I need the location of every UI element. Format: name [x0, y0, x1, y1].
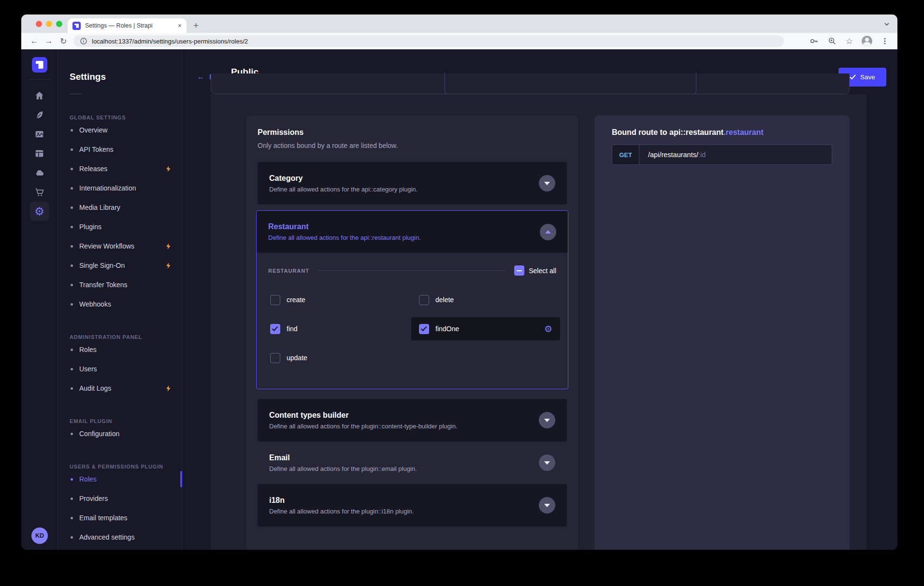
tab-close-icon[interactable]: × — [178, 22, 182, 29]
create-checkbox[interactable] — [270, 295, 280, 305]
sidebar-item-providers[interactable]: Providers — [58, 489, 182, 508]
accordion-title: i18n — [269, 496, 414, 505]
accordion-email[interactable]: Email Define all allowed actions for the… — [258, 441, 567, 484]
settings-gear-icon[interactable]: ⚙ — [30, 202, 49, 221]
lightning-icon — [165, 165, 172, 173]
bullet-icon — [71, 129, 73, 132]
cloud-deploy-icon[interactable] — [30, 163, 49, 182]
sidebar-item-admin-users[interactable]: Users — [58, 359, 182, 379]
settings-cog-icon[interactable]: ⚙ — [544, 324, 552, 334]
accordion-description: Define all allowed actions for the plugi… — [269, 465, 417, 472]
update-checkbox[interactable] — [270, 353, 280, 363]
sidebar-item-admin-roles[interactable]: Roles — [58, 340, 182, 359]
accordion-description: Define all allowed actions for the plugi… — [269, 423, 458, 430]
sidebar-item-webhooks[interactable]: Webhooks — [58, 294, 182, 314]
bookmark-star-icon[interactable]: ☆ — [846, 36, 853, 46]
sidebar-item-up-roles[interactable]: Roles — [58, 469, 182, 489]
sidebar-item-advanced-settings[interactable]: Advanced settings — [58, 527, 182, 547]
accordion-list: Category Define all allowed actions for … — [258, 162, 567, 527]
sidebar-item-single-sign-on[interactable]: Single Sign-On — [58, 256, 182, 275]
zoom-page-icon[interactable] — [827, 36, 837, 46]
restaurant-permissions-body: RESTAURANT Select all — [257, 253, 568, 389]
accordion-i18n[interactable]: i18n Define all allowed actions for the … — [258, 484, 567, 527]
minimize-window-button[interactable] — [46, 21, 52, 27]
sidebar-item-plugins[interactable]: Plugins — [58, 217, 182, 236]
sidebar-item-email-templates[interactable]: Email templates — [58, 508, 182, 527]
expand-button[interactable] — [539, 454, 555, 471]
screen: Settings — Roles | Strapi × + ← → ↻ loca… — [0, 0, 924, 586]
browser-menu-icon[interactable] — [881, 37, 889, 45]
chevron-down-icon — [544, 461, 550, 465]
description-field-cutoff[interactable] — [445, 73, 696, 95]
sidebar-item-transfer-tokens[interactable]: Transfer Tokens — [58, 275, 182, 294]
permission-delete[interactable]: delete — [411, 288, 560, 311]
accordion-content-types-builder[interactable]: Content types builder Define all allowed… — [258, 399, 567, 441]
sidebar-item-media-library[interactable]: Media Library — [58, 198, 182, 217]
content-manager-feather-icon[interactable] — [30, 105, 49, 124]
sidebar-item-internationalization[interactable]: Internationalization — [58, 178, 182, 198]
findone-checkbox[interactable] — [419, 324, 429, 334]
select-all-checkbox[interactable] — [514, 265, 524, 276]
collapse-button[interactable] — [540, 224, 556, 240]
bullet-icon — [71, 536, 73, 539]
delete-checkbox[interactable] — [419, 295, 429, 305]
browser-back-icon[interactable]: ← — [27, 36, 42, 46]
sidebar-item-releases[interactable]: Releases — [58, 159, 182, 178]
route-path: /api/restaurants/:id — [639, 145, 706, 164]
strapi-logo-icon[interactable] — [32, 57, 47, 73]
home-icon[interactable] — [30, 86, 49, 105]
chevron-up-icon — [545, 230, 551, 234]
browser-profile-avatar[interactable] — [862, 36, 872, 46]
traffic-lights[interactable] — [36, 21, 62, 27]
zoom-window-button[interactable] — [56, 21, 62, 27]
tab-strip: Settings — Roles | Strapi × + — [21, 15, 897, 33]
bullet-icon — [71, 187, 73, 190]
user-avatar[interactable]: KD — [31, 527, 48, 544]
sidebar-item-review-workflows[interactable]: Review Workflows — [58, 236, 182, 256]
media-library-icon[interactable] — [30, 124, 49, 144]
permission-find[interactable]: find — [262, 317, 411, 340]
select-all-control[interactable]: Select all — [514, 265, 556, 276]
permission-update[interactable]: update — [262, 346, 411, 369]
accordion-restaurant-header[interactable]: Restaurant Define all allowed actions fo… — [257, 211, 568, 253]
browser-reload-icon[interactable]: ↻ — [56, 36, 71, 46]
bullet-icon — [71, 368, 73, 370]
new-tab-button[interactable]: + — [193, 19, 199, 32]
browser-tab[interactable]: Settings — Roles | Strapi × — [68, 18, 187, 33]
expand-button[interactable] — [539, 412, 555, 428]
accordion-description: Define all allowed actions for the api::… — [268, 234, 421, 241]
section-global-settings: GLOBAL SETTINGS — [58, 115, 182, 120]
section-administration-panel: ADMINISTRATION PANEL — [58, 334, 182, 340]
browser-forward-icon[interactable]: → — [42, 36, 56, 46]
permission-findone-selected[interactable]: findOne ⚙ — [411, 317, 560, 340]
close-window-button[interactable] — [36, 21, 42, 27]
find-checkbox[interactable] — [270, 324, 280, 334]
http-method-badge: GET — [612, 145, 639, 164]
accordion-category[interactable]: Category Define all allowed actions for … — [258, 162, 567, 205]
bullet-icon — [71, 433, 73, 435]
accordion-description: Define all allowed actions for the plugi… — [269, 508, 414, 515]
expand-button[interactable] — [539, 175, 555, 191]
accordion-title: Content types builder — [269, 411, 458, 420]
strapi-admin: ⚙ KD Settings GLOBAL SETTINGS Overview A… — [21, 49, 897, 550]
sidebar-item-overview[interactable]: Overview — [58, 120, 182, 140]
expand-button[interactable] — [539, 497, 555, 513]
sidebar-item-audit-logs[interactable]: Audit Logs — [58, 379, 182, 398]
section-divider — [318, 270, 505, 271]
tab-search-chevron-icon[interactable] — [883, 20, 891, 28]
site-info-icon[interactable] — [80, 38, 87, 44]
marketplace-cart-icon[interactable] — [30, 182, 49, 202]
accordion-title: Restaurant — [268, 222, 421, 231]
sidebar-item-api-tokens[interactable]: API Tokens — [58, 140, 182, 159]
permission-create[interactable]: create — [262, 288, 411, 311]
browser-toolbar: ← → ↻ localhost:1337/admin/settings/user… — [21, 33, 897, 49]
content-type-builder-icon[interactable] — [30, 144, 49, 163]
address-bar[interactable]: localhost:1337/admin/settings/users-perm… — [73, 35, 784, 47]
toolbar-icons: ☆ — [809, 36, 892, 46]
password-key-icon[interactable] — [809, 36, 819, 46]
check-icon — [272, 326, 278, 332]
sidebar-item-configuration[interactable]: Configuration — [58, 424, 182, 443]
bullet-icon — [71, 517, 73, 519]
route-param: :id — [698, 151, 706, 159]
browser-window: Settings — Roles | Strapi × + ← → ↻ loca… — [21, 15, 897, 550]
